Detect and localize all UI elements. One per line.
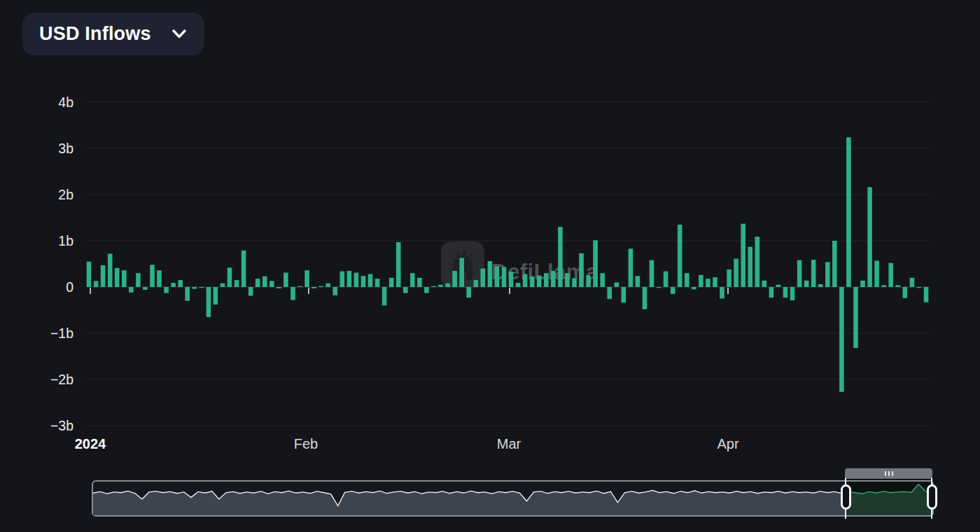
brush-left-handle[interactable] [841, 484, 851, 510]
brush-right-handle[interactable] [927, 484, 937, 510]
drag-dots-icon [892, 471, 893, 476]
main-bar-chart[interactable]: 4b 3b 2b 1b 0 −1b −2b −3b 2024 Feb Mar A… [0, 0, 980, 462]
bars [87, 137, 929, 392]
brush-mini-chart[interactable] [93, 482, 932, 515]
bar-chart-canvas[interactable] [0, 0, 980, 532]
brush-selection-drag-bar[interactable] [845, 468, 932, 479]
drag-dots-icon [885, 471, 886, 476]
time-range-brush-track[interactable] [92, 480, 934, 517]
drag-dots-icon [888, 471, 890, 476]
